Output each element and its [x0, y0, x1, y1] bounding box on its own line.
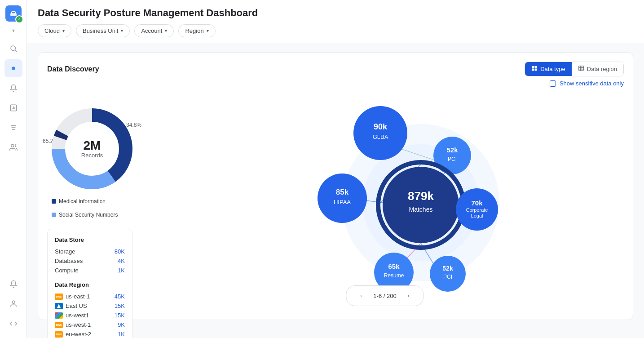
svg-line-1 — [15, 50, 17, 52]
sensitive-checkbox[interactable] — [550, 80, 556, 87]
legend-medical-label: Medical information — [59, 198, 106, 205]
svg-point-11 — [11, 144, 13, 147]
datastore-compute: Compute 1K — [55, 266, 125, 275]
dataregion-eu-west-2-label: aws eu-west-2 — [55, 331, 91, 338]
cloud-filter[interactable]: Cloud ▾ — [38, 24, 71, 37]
pagination-info: 1-6 / 200 — [373, 293, 396, 299]
main-content: Data Security Posture Management Dashboa… — [27, 0, 644, 338]
dataregion-us-west-1: aws us-west-1 9K — [55, 320, 125, 329]
sidebar-collapse[interactable] — [8, 27, 19, 34]
datastore-databases-label: Databases — [55, 258, 83, 264]
data-type-toggle[interactable]: Data type — [525, 62, 572, 76]
gcp-icon — [55, 312, 63, 319]
dataregion-east-us-value: 15K — [115, 302, 125, 309]
donut-label: Records — [81, 152, 103, 159]
donut-value: 2M — [81, 139, 103, 152]
card-title: Data Discovery — [47, 65, 99, 73]
dataregion-us-west1-label: us-west1 — [55, 312, 89, 319]
viz-area: 65.2% 34.8% — [47, 90, 624, 311]
svg-point-12 — [12, 301, 15, 303]
dataregion-us-west1: us-west1 15K — [55, 311, 125, 320]
dataregion-us-west-1-value: 9K — [118, 321, 125, 328]
dataregion-us-east-1-label: aws us-east-1 — [55, 293, 90, 300]
view-toggle: Data type Data region — [525, 62, 624, 76]
datastore-compute-label: Compute — [55, 267, 79, 274]
sidebar-item-reports[interactable] — [4, 99, 22, 117]
card-header: Data Discovery Data type — [47, 62, 624, 76]
svg-text:879k: 879k — [408, 189, 434, 203]
discovery-card: Data Discovery Data type — [38, 52, 633, 320]
region-filter[interactable]: Region ▾ — [178, 24, 215, 37]
left-panel: 65.2% 34.8% — [47, 90, 146, 338]
svg-text:HIPAA: HIPAA — [334, 199, 351, 205]
svg-text:PCI: PCI — [448, 156, 457, 162]
sidebar-item-settings[interactable] — [4, 119, 22, 137]
svg-rect-15 — [532, 69, 534, 71]
svg-point-47 — [383, 167, 459, 243]
data-region-icon — [578, 65, 584, 73]
filter-bar: Cloud ▾ Business Unit ▾ Account ▾ Region… — [38, 24, 633, 37]
sidebar-item-alerts[interactable] — [4, 79, 22, 97]
donut-center: 2M Records — [81, 139, 103, 159]
svg-point-42 — [318, 173, 367, 223]
bubble-chart-area: 90k GLBA 52k PCI 85k HIPAA — [146, 90, 624, 311]
svg-point-3 — [12, 67, 15, 70]
pagination-control: ← 1-6 / 200 → — [346, 285, 423, 306]
svg-rect-16 — [535, 69, 537, 71]
data-type-label: Data type — [540, 66, 565, 72]
region-filter-label: Region — [185, 27, 203, 34]
cloud-filter-label: Cloud — [44, 27, 60, 34]
pagination-prev[interactable]: ← — [355, 289, 370, 303]
datastore-title: Data Store — [55, 236, 125, 243]
pagination-next[interactable]: → — [400, 289, 415, 303]
svg-text:Legal: Legal — [471, 213, 483, 218]
dataregion-eu-west-2: aws eu-west-2 1K — [55, 329, 125, 338]
legend-medical: Medical information — [52, 198, 106, 205]
sidebar-item-dashboard[interactable] — [4, 59, 22, 77]
app-logo[interactable] — [5, 5, 22, 22]
sidebar-item-deploy[interactable] — [4, 315, 22, 333]
datastore-storage-value: 80K — [115, 248, 125, 255]
svg-rect-14 — [535, 66, 537, 68]
sidebar-item-search[interactable] — [4, 40, 22, 58]
svg-point-0 — [11, 46, 16, 51]
svg-text:70k: 70k — [471, 199, 483, 207]
chart-legend: Medical information Social Security Numb… — [47, 198, 146, 218]
data-region-toggle[interactable]: Data region — [572, 62, 623, 76]
legend-ssn-color — [52, 213, 56, 217]
dataregion-eu-west-2-value: 1K — [118, 331, 125, 338]
sidebar-item-users[interactable] — [4, 138, 22, 156]
svg-text:PCI: PCI — [443, 274, 452, 280]
svg-text:90k: 90k — [374, 122, 388, 131]
sidebar-item-profile[interactable] — [4, 295, 22, 313]
datastore-compute-value: 1K — [118, 267, 125, 274]
bubble-svg: 90k GLBA 52k PCI 85k HIPAA — [146, 90, 624, 311]
svg-rect-13 — [532, 66, 534, 68]
aws-icon-2: aws — [55, 322, 63, 328]
sidebar-item-notification[interactable] — [4, 275, 22, 293]
business-unit-filter[interactable]: Business Unit ▾ — [76, 24, 130, 37]
svg-text:Corporate: Corporate — [466, 207, 488, 213]
dataregion-us-east-1: aws us-east-1 45K — [55, 292, 125, 301]
account-filter[interactable]: Account ▾ — [134, 24, 174, 37]
svg-rect-17 — [579, 66, 584, 71]
azure-icon — [55, 303, 63, 309]
dataregion-us-west-1-label: aws us-west-1 — [55, 321, 91, 328]
business-unit-label: Business Unit — [83, 27, 118, 34]
sensitive-check-label: Show sensitive data only — [560, 80, 624, 87]
sensitive-data-check[interactable]: Show sensitive data only — [47, 80, 624, 87]
dataregion-east-us: East US 15K — [55, 301, 125, 311]
legend-ssn-label: Social Security Numbers — [59, 212, 118, 218]
legend-ssn: Social Security Numbers — [52, 212, 118, 218]
svg-text:Matches: Matches — [409, 206, 433, 213]
svg-text:85k: 85k — [336, 188, 349, 196]
sidebar — [0, 0, 27, 338]
card-controls: Data type Data region — [525, 62, 624, 76]
datastore-databases: Databases 4K — [55, 256, 125, 266]
dataregion-title: Data Region — [55, 281, 125, 288]
dataregion-us-east-1-value: 45K — [115, 293, 125, 300]
svg-point-36 — [353, 106, 407, 160]
svg-text:Resume: Resume — [384, 272, 404, 279]
donut-chart: 2M Records — [47, 104, 137, 194]
datastore-table: Data Store Storage 80K Databases 4K Comp… — [47, 229, 132, 338]
